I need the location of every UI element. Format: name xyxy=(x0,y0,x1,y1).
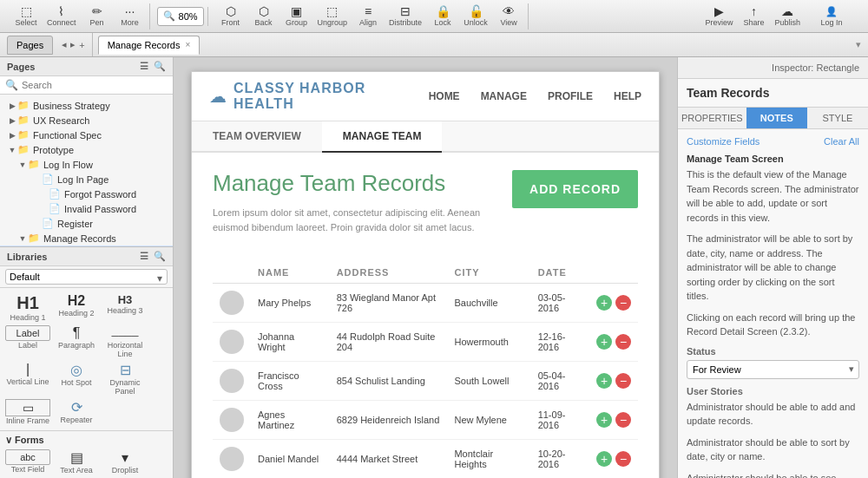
date-cell: 10-20-2016 xyxy=(531,440,589,479)
front-button[interactable]: ⬡ Front xyxy=(215,3,247,29)
tab-manage-team[interactable]: MANAGE TEAM xyxy=(322,121,443,153)
tab-style[interactable]: STYLE xyxy=(807,108,868,128)
tree-item-business-strategy[interactable]: ▶ 📁 Business Strategy xyxy=(0,98,173,113)
library-item-paragraph[interactable]: ¶ Paragraph xyxy=(54,325,99,358)
library-item-vline[interactable]: | Vertical Line xyxy=(5,362,50,396)
library-select[interactable]: Default xyxy=(5,269,168,285)
more-icon: ··· xyxy=(125,5,135,17)
more-tool[interactable]: ··· More xyxy=(115,3,146,29)
expand-icon[interactable]: ▾ xyxy=(856,39,861,50)
manage-records-tab[interactable]: Manage Records × xyxy=(98,36,201,55)
th-address[interactable]: ADDRESS xyxy=(330,262,448,284)
tree-item-log-in-page[interactable]: 📄 Log In Page xyxy=(0,172,173,187)
tree-item-manage-records-folder[interactable]: ▼ 📁 Manage Records xyxy=(0,231,173,246)
nav-profile[interactable]: PROFILE xyxy=(548,90,593,102)
add-record-button[interactable]: ADD RECORD xyxy=(512,170,638,208)
folder-icon: 📁 xyxy=(17,115,30,126)
ungroup-button[interactable]: ⬚ Ungroup xyxy=(314,3,352,29)
page-nav-forward[interactable]: ▸ xyxy=(70,39,76,50)
list-view-icon[interactable]: ☰ xyxy=(140,61,148,72)
nav-manage[interactable]: MANAGE xyxy=(481,90,527,102)
table-row[interactable]: Francisco Cross 854 Schulist Landing Sou… xyxy=(213,362,638,401)
remove-row-button[interactable]: − xyxy=(615,334,631,350)
avatar-cell xyxy=(213,401,251,440)
remove-row-button[interactable]: − xyxy=(615,451,631,467)
address-cell: 83 Wiegland Manor Apt 726 xyxy=(330,284,448,323)
library-item-label[interactable]: Label Label xyxy=(5,325,50,358)
list-icon[interactable]: ☰ xyxy=(140,251,148,262)
remove-row-button[interactable]: − xyxy=(615,373,631,389)
table-body: Mary Phelps 83 Wiegland Manor Apt 726 Ba… xyxy=(213,284,638,479)
tree-item-log-in-flow[interactable]: ▼ 📁 Log In Flow xyxy=(0,157,173,172)
th-city[interactable]: CITY xyxy=(447,262,530,284)
pen-tool[interactable]: ✏ Pen xyxy=(82,3,113,29)
pages-tab[interactable]: Pages xyxy=(7,36,53,55)
library-item-textfield[interactable]: abc Text Field xyxy=(5,449,50,475)
view-button[interactable]: 👁 View xyxy=(493,3,524,29)
table-row[interactable]: Agnes Martinez 6829 Heidenreich Island N… xyxy=(213,401,638,440)
library-item-repeater[interactable]: ⟳ Repeater xyxy=(54,399,99,425)
lock-button[interactable]: 🔒 Lock xyxy=(427,3,458,29)
tree-item-functional-spec[interactable]: ▶ 📁 Functional Spec xyxy=(0,128,173,142)
add-row-button[interactable]: + xyxy=(596,334,612,350)
library-item-iframe[interactable]: ▭ Inline Frame xyxy=(5,399,50,425)
library-item-h2[interactable]: H2 Heading 2 xyxy=(54,293,99,322)
library-item-droplist[interactable]: ▾ Droplist xyxy=(102,449,148,475)
tab-properties[interactable]: PROPERTIES xyxy=(678,108,746,128)
select-tool[interactable]: ⬚ Select xyxy=(10,3,42,29)
th-date[interactable]: DATE xyxy=(531,262,589,284)
table-row[interactable]: Mary Phelps 83 Wiegland Manor Apt 726 Ba… xyxy=(213,284,638,323)
search-lib-icon[interactable]: 🔍 xyxy=(154,251,166,262)
textarea-icon: ▤ xyxy=(54,449,99,466)
share-button[interactable]: ↑ Share xyxy=(738,3,769,29)
page-nav-back[interactable]: ◂ xyxy=(62,39,67,50)
group-button[interactable]: ▣ Group xyxy=(281,3,312,29)
add-row-button[interactable]: + xyxy=(596,373,612,389)
tree-item-ux-research[interactable]: ▶ 📁 UX Research xyxy=(0,113,173,128)
tab-notes[interactable]: NOTES xyxy=(746,108,807,128)
status-select[interactable]: For Review In Progress Done xyxy=(687,360,859,379)
add-row-button[interactable]: + xyxy=(596,295,612,311)
page-add[interactable]: + xyxy=(79,40,84,50)
back-button[interactable]: ⬡ Back xyxy=(248,3,279,29)
library-item-hotspot[interactable]: ◎ Hot Spot xyxy=(54,362,99,396)
add-row-button[interactable]: + xyxy=(596,412,612,428)
forms-toggle[interactable]: ∨ Forms xyxy=(5,435,168,446)
pages-search-input[interactable] xyxy=(22,80,168,90)
customize-fields-link[interactable]: Customize Fields xyxy=(687,136,760,147)
preview-button[interactable]: ▶ Preview xyxy=(701,3,736,29)
library-item-hline[interactable]: ──── Horizontal Line xyxy=(102,325,148,358)
file-icon: 📄 xyxy=(49,203,61,214)
remove-row-button[interactable]: − xyxy=(615,412,631,428)
library-item-dynamic[interactable]: ⊟ Dynamic Panel xyxy=(102,362,148,396)
tab-close-icon[interactable]: × xyxy=(185,40,190,49)
nav-home[interactable]: HOME xyxy=(429,90,460,102)
avatar xyxy=(220,291,244,315)
tree-item-register[interactable]: 📄 Register xyxy=(0,216,173,231)
zoom-control[interactable]: 🔍 80% xyxy=(157,7,204,26)
tree-item-forgot-password[interactable]: 📄 Forgot Password xyxy=(0,187,173,201)
library-item-h3[interactable]: H3 Heading 3 xyxy=(102,293,148,322)
add-row-button[interactable]: + xyxy=(596,451,612,467)
search-icon[interactable]: 🔍 xyxy=(154,61,166,72)
publish-button[interactable]: ☁ Publish xyxy=(771,3,804,29)
tree-item-prototype[interactable]: ▼ 📁 Prototype xyxy=(0,142,173,157)
th-name[interactable]: NAME xyxy=(251,262,330,284)
connect-tool[interactable]: ⌇ Connect xyxy=(43,3,80,29)
tab-team-overview[interactable]: TEAM OVERVIEW xyxy=(192,121,322,153)
forms-components: abc Text Field ▤ Text Area ▾ Droplist xyxy=(5,449,168,475)
align-button[interactable]: ≡ Align xyxy=(352,3,384,29)
connect-label: Connect xyxy=(47,18,76,27)
library-item-h1[interactable]: H1 Heading 1 xyxy=(5,293,50,322)
distribute-button[interactable]: ⊟ Distribute xyxy=(385,3,425,29)
clear-all-link[interactable]: Clear All xyxy=(824,136,859,147)
unlock-button[interactable]: 🔓 Unlock xyxy=(460,3,491,29)
remove-row-button[interactable]: − xyxy=(615,295,631,311)
table-row[interactable]: Johanna Wright 44 Rudolph Road Suite 204… xyxy=(213,323,638,362)
tree-item-invalid-password[interactable]: 📄 Invalid Password xyxy=(0,201,173,216)
library-item-textarea[interactable]: ▤ Text Area xyxy=(54,449,99,475)
login-button[interactable]: 👤 Log In xyxy=(806,3,858,29)
table-row[interactable]: Daniel Mandel 4444 Market Street Montcla… xyxy=(213,440,638,479)
nav-help[interactable]: HELP xyxy=(614,90,641,102)
page-heading: Manage Team Records xyxy=(213,170,498,197)
